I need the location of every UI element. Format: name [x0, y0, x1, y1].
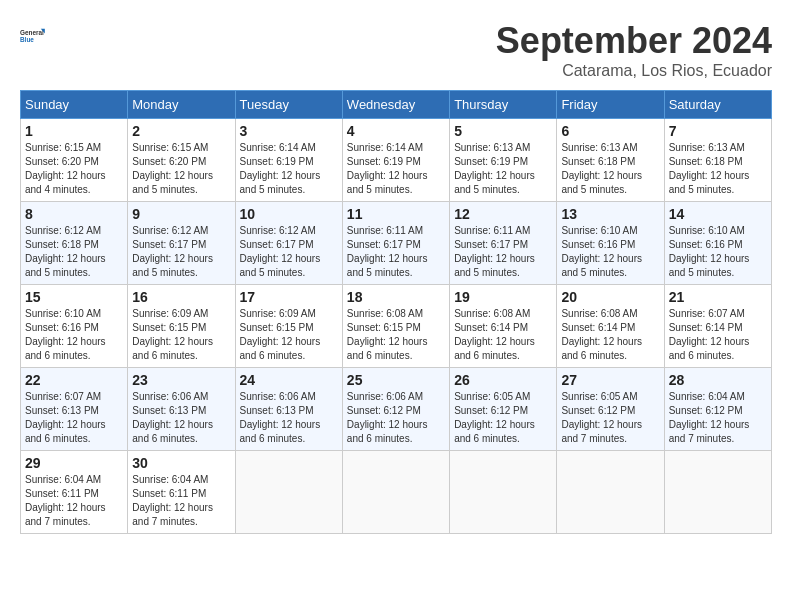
table-cell: 2 Sunrise: 6:15 AM Sunset: 6:20 PM Dayli… [128, 119, 235, 202]
day-number: 22 [25, 372, 123, 388]
daylight: Daylight: 12 hours and 6 minutes. [561, 336, 642, 361]
table-cell: 29 Sunrise: 6:04 AM Sunset: 6:11 PM Dayl… [21, 451, 128, 534]
day-number: 30 [132, 455, 230, 471]
day-number: 11 [347, 206, 445, 222]
daylight: Daylight: 12 hours and 5 minutes. [669, 253, 750, 278]
day-info: Sunrise: 6:08 AM Sunset: 6:15 PM Dayligh… [347, 307, 445, 363]
day-number: 5 [454, 123, 552, 139]
day-info: Sunrise: 6:04 AM Sunset: 6:11 PM Dayligh… [25, 473, 123, 529]
day-info: Sunrise: 6:05 AM Sunset: 6:12 PM Dayligh… [454, 390, 552, 446]
sunset: Sunset: 6:15 PM [132, 322, 206, 333]
sunset: Sunset: 6:14 PM [669, 322, 743, 333]
sunset: Sunset: 6:11 PM [25, 488, 99, 499]
day-info: Sunrise: 6:11 AM Sunset: 6:17 PM Dayligh… [454, 224, 552, 280]
daylight: Daylight: 12 hours and 6 minutes. [454, 419, 535, 444]
week-row-3: 15 Sunrise: 6:10 AM Sunset: 6:16 PM Dayl… [21, 285, 772, 368]
page-header: GeneralBlue September 2024 Catarama, Los… [20, 20, 772, 80]
table-cell: 16 Sunrise: 6:09 AM Sunset: 6:15 PM Dayl… [128, 285, 235, 368]
day-number: 12 [454, 206, 552, 222]
day-info: Sunrise: 6:14 AM Sunset: 6:19 PM Dayligh… [347, 141, 445, 197]
sunrise: Sunrise: 6:09 AM [132, 308, 208, 319]
sunrise: Sunrise: 6:04 AM [25, 474, 101, 485]
table-cell: 19 Sunrise: 6:08 AM Sunset: 6:14 PM Dayl… [450, 285, 557, 368]
sunrise: Sunrise: 6:04 AM [132, 474, 208, 485]
day-info: Sunrise: 6:07 AM Sunset: 6:13 PM Dayligh… [25, 390, 123, 446]
sunrise: Sunrise: 6:15 AM [132, 142, 208, 153]
day-number: 19 [454, 289, 552, 305]
day-info: Sunrise: 6:14 AM Sunset: 6:19 PM Dayligh… [240, 141, 338, 197]
daylight: Daylight: 12 hours and 5 minutes. [347, 170, 428, 195]
daylight: Daylight: 12 hours and 5 minutes. [240, 170, 321, 195]
daylight: Daylight: 12 hours and 5 minutes. [25, 253, 106, 278]
header-monday: Monday [128, 91, 235, 119]
sunset: Sunset: 6:19 PM [347, 156, 421, 167]
table-cell: 21 Sunrise: 6:07 AM Sunset: 6:14 PM Dayl… [664, 285, 771, 368]
table-cell: 5 Sunrise: 6:13 AM Sunset: 6:19 PM Dayli… [450, 119, 557, 202]
table-cell: 24 Sunrise: 6:06 AM Sunset: 6:13 PM Dayl… [235, 368, 342, 451]
day-info: Sunrise: 6:12 AM Sunset: 6:17 PM Dayligh… [240, 224, 338, 280]
sunset: Sunset: 6:13 PM [25, 405, 99, 416]
daylight: Daylight: 12 hours and 7 minutes. [561, 419, 642, 444]
day-info: Sunrise: 6:06 AM Sunset: 6:13 PM Dayligh… [240, 390, 338, 446]
sunrise: Sunrise: 6:13 AM [454, 142, 530, 153]
day-number: 23 [132, 372, 230, 388]
day-number: 28 [669, 372, 767, 388]
sunset: Sunset: 6:17 PM [454, 239, 528, 250]
month-year-title: September 2024 [496, 20, 772, 62]
daylight: Daylight: 12 hours and 6 minutes. [25, 419, 106, 444]
header-friday: Friday [557, 91, 664, 119]
sunrise: Sunrise: 6:08 AM [454, 308, 530, 319]
table-cell: 30 Sunrise: 6:04 AM Sunset: 6:11 PM Dayl… [128, 451, 235, 534]
day-number: 21 [669, 289, 767, 305]
table-cell: 27 Sunrise: 6:05 AM Sunset: 6:12 PM Dayl… [557, 368, 664, 451]
table-cell: 8 Sunrise: 6:12 AM Sunset: 6:18 PM Dayli… [21, 202, 128, 285]
sunset: Sunset: 6:14 PM [454, 322, 528, 333]
day-info: Sunrise: 6:06 AM Sunset: 6:13 PM Dayligh… [132, 390, 230, 446]
week-row-5: 29 Sunrise: 6:04 AM Sunset: 6:11 PM Dayl… [21, 451, 772, 534]
table-cell [450, 451, 557, 534]
sunset: Sunset: 6:19 PM [240, 156, 314, 167]
sunrise: Sunrise: 6:08 AM [561, 308, 637, 319]
logo: GeneralBlue [20, 20, 52, 52]
daylight: Daylight: 12 hours and 6 minutes. [669, 336, 750, 361]
day-info: Sunrise: 6:08 AM Sunset: 6:14 PM Dayligh… [561, 307, 659, 363]
week-row-1: 1 Sunrise: 6:15 AM Sunset: 6:20 PM Dayli… [21, 119, 772, 202]
sunset: Sunset: 6:18 PM [25, 239, 99, 250]
title-block: September 2024 Catarama, Los Rios, Ecuad… [496, 20, 772, 80]
day-number: 25 [347, 372, 445, 388]
day-number: 8 [25, 206, 123, 222]
sunset: Sunset: 6:16 PM [669, 239, 743, 250]
calendar-header-row: Sunday Monday Tuesday Wednesday Thursday… [21, 91, 772, 119]
location-subtitle: Catarama, Los Rios, Ecuador [496, 62, 772, 80]
daylight: Daylight: 12 hours and 5 minutes. [669, 170, 750, 195]
day-number: 14 [669, 206, 767, 222]
table-cell: 14 Sunrise: 6:10 AM Sunset: 6:16 PM Dayl… [664, 202, 771, 285]
daylight: Daylight: 12 hours and 6 minutes. [347, 419, 428, 444]
sunset: Sunset: 6:16 PM [25, 322, 99, 333]
daylight: Daylight: 12 hours and 5 minutes. [561, 170, 642, 195]
sunset: Sunset: 6:18 PM [669, 156, 743, 167]
table-cell: 17 Sunrise: 6:09 AM Sunset: 6:15 PM Dayl… [235, 285, 342, 368]
sunrise: Sunrise: 6:12 AM [240, 225, 316, 236]
sunset: Sunset: 6:19 PM [454, 156, 528, 167]
day-info: Sunrise: 6:11 AM Sunset: 6:17 PM Dayligh… [347, 224, 445, 280]
day-info: Sunrise: 6:04 AM Sunset: 6:12 PM Dayligh… [669, 390, 767, 446]
header-tuesday: Tuesday [235, 91, 342, 119]
day-number: 26 [454, 372, 552, 388]
day-number: 4 [347, 123, 445, 139]
daylight: Daylight: 12 hours and 6 minutes. [132, 419, 213, 444]
day-info: Sunrise: 6:09 AM Sunset: 6:15 PM Dayligh… [132, 307, 230, 363]
svg-text:Blue: Blue [20, 36, 34, 43]
sunset: Sunset: 6:17 PM [240, 239, 314, 250]
sunrise: Sunrise: 6:11 AM [454, 225, 530, 236]
day-info: Sunrise: 6:04 AM Sunset: 6:11 PM Dayligh… [132, 473, 230, 529]
sunrise: Sunrise: 6:04 AM [669, 391, 745, 402]
sunrise: Sunrise: 6:13 AM [561, 142, 637, 153]
sunrise: Sunrise: 6:05 AM [561, 391, 637, 402]
day-number: 1 [25, 123, 123, 139]
sunrise: Sunrise: 6:08 AM [347, 308, 423, 319]
sunrise: Sunrise: 6:09 AM [240, 308, 316, 319]
calendar-table: Sunday Monday Tuesday Wednesday Thursday… [20, 90, 772, 534]
day-number: 17 [240, 289, 338, 305]
logo-icon: GeneralBlue [20, 20, 52, 52]
